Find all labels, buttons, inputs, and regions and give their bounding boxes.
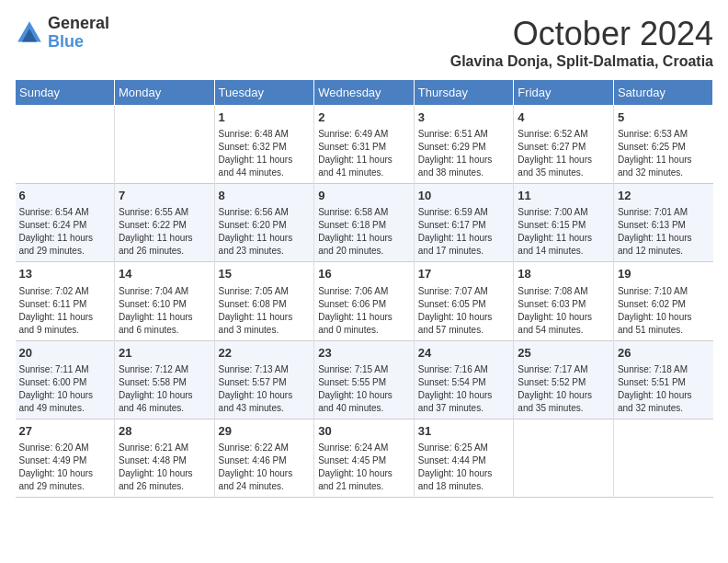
cell-content-4-3: Sunrise: 6:24 AM Sunset: 4:45 PM Dayligh… — [318, 442, 410, 493]
cell-3-5: 25Sunrise: 7:17 AM Sunset: 5:52 PM Dayli… — [514, 340, 614, 419]
cell-content-1-3: Sunrise: 6:58 AM Sunset: 6:18 PM Dayligh… — [318, 206, 410, 258]
day-num-4-4: 31 — [418, 423, 510, 440]
cell-content-3-3: Sunrise: 7:15 AM Sunset: 5:55 PM Dayligh… — [318, 363, 410, 415]
cell-3-1: 21Sunrise: 7:12 AM Sunset: 5:58 PM Dayli… — [114, 340, 214, 419]
title-block: October 2024 Glavina Donja, Split-Dalmat… — [450, 15, 713, 70]
calendar-table: Sunday Monday Tuesday Wednesday Thursday… — [15, 79, 713, 498]
day-num-3-5: 25 — [518, 345, 609, 362]
cell-2-4: 17Sunrise: 7:07 AM Sunset: 6:05 PM Dayli… — [414, 262, 514, 340]
cell-content-1-4: Sunrise: 6:59 AM Sunset: 6:17 PM Dayligh… — [418, 206, 510, 258]
location-title: Glavina Donja, Split-Dalmatia, Croatia — [450, 53, 713, 70]
cell-1-1: 7Sunrise: 6:55 AM Sunset: 6:22 PM Daylig… — [114, 184, 214, 262]
day-num-4-3: 30 — [318, 423, 410, 440]
cell-content-0-4: Sunrise: 6:51 AM Sunset: 6:29 PM Dayligh… — [418, 128, 510, 179]
cell-2-6: 19Sunrise: 7:10 AM Sunset: 6:02 PM Dayli… — [613, 262, 712, 340]
cell-3-2: 22Sunrise: 7:13 AM Sunset: 5:57 PM Dayli… — [214, 340, 314, 419]
day-num-0-4: 3 — [418, 109, 510, 126]
logo-icon — [15, 18, 44, 48]
week-row-1: 6Sunrise: 6:54 AM Sunset: 6:24 PM Daylig… — [16, 184, 713, 262]
day-num-2-0: 13 — [19, 266, 110, 282]
cell-2-5: 18Sunrise: 7:08 AM Sunset: 6:03 PM Dayli… — [514, 262, 614, 340]
cell-1-6: 12Sunrise: 7:01 AM Sunset: 6:13 PM Dayli… — [613, 184, 712, 262]
day-num-3-0: 20 — [19, 345, 110, 362]
cell-0-5: 4Sunrise: 6:52 AM Sunset: 6:27 PM Daylig… — [514, 106, 614, 184]
cell-4-4: 31Sunrise: 6:25 AM Sunset: 4:44 PM Dayli… — [414, 419, 514, 497]
header-row: Sunday Monday Tuesday Wednesday Thursday… — [16, 80, 713, 106]
cell-4-0: 27Sunrise: 6:20 AM Sunset: 4:49 PM Dayli… — [16, 419, 115, 497]
day-num-2-2: 15 — [219, 266, 311, 282]
cell-0-6: 5Sunrise: 6:53 AM Sunset: 6:25 PM Daylig… — [613, 106, 712, 184]
day-num-0-2: 1 — [219, 109, 311, 126]
cell-content-0-5: Sunrise: 6:52 AM Sunset: 6:27 PM Dayligh… — [518, 128, 609, 179]
cell-4-2: 29Sunrise: 6:22 AM Sunset: 4:46 PM Dayli… — [214, 419, 314, 497]
day-num-1-3: 9 — [318, 188, 410, 204]
day-num-1-2: 8 — [219, 188, 311, 204]
day-num-4-2: 29 — [219, 423, 311, 440]
header-monday: Monday — [114, 80, 214, 106]
day-num-2-4: 17 — [418, 266, 510, 282]
cell-0-0 — [16, 106, 115, 184]
cell-1-4: 10Sunrise: 6:59 AM Sunset: 6:17 PM Dayli… — [414, 184, 514, 262]
day-num-1-0: 6 — [19, 188, 110, 204]
day-num-2-1: 14 — [119, 266, 210, 282]
day-num-4-0: 27 — [19, 423, 110, 440]
day-num-3-3: 23 — [318, 345, 410, 362]
month-title: October 2024 — [450, 15, 713, 53]
cell-0-2: 1Sunrise: 6:48 AM Sunset: 6:32 PM Daylig… — [214, 106, 314, 184]
cell-content-2-1: Sunrise: 7:04 AM Sunset: 6:10 PM Dayligh… — [119, 285, 210, 337]
cell-4-6 — [613, 419, 712, 497]
header-sunday: Sunday — [16, 80, 115, 106]
cell-content-3-1: Sunrise: 7:12 AM Sunset: 5:58 PM Dayligh… — [119, 363, 210, 415]
cell-content-4-2: Sunrise: 6:22 AM Sunset: 4:46 PM Dayligh… — [219, 442, 311, 493]
cell-content-4-1: Sunrise: 6:21 AM Sunset: 4:48 PM Dayligh… — [119, 442, 210, 493]
day-num-4-1: 28 — [119, 423, 210, 440]
cell-2-3: 16Sunrise: 7:06 AM Sunset: 6:06 PM Dayli… — [314, 262, 415, 340]
week-row-4: 27Sunrise: 6:20 AM Sunset: 4:49 PM Dayli… — [16, 419, 713, 497]
cell-3-0: 20Sunrise: 7:11 AM Sunset: 6:00 PM Dayli… — [16, 340, 115, 419]
cell-content-4-4: Sunrise: 6:25 AM Sunset: 4:44 PM Dayligh… — [418, 442, 510, 493]
logo-text: General Blue — [48, 15, 109, 52]
cell-2-1: 14Sunrise: 7:04 AM Sunset: 6:10 PM Dayli… — [114, 262, 214, 340]
cell-4-1: 28Sunrise: 6:21 AM Sunset: 4:48 PM Dayli… — [114, 419, 214, 497]
cell-0-1 — [114, 106, 214, 184]
cell-0-4: 3Sunrise: 6:51 AM Sunset: 6:29 PM Daylig… — [414, 106, 514, 184]
header-tuesday: Tuesday — [214, 80, 314, 106]
logo-general: General — [48, 15, 109, 33]
day-num-3-4: 24 — [418, 345, 510, 362]
cell-content-2-3: Sunrise: 7:06 AM Sunset: 6:06 PM Dayligh… — [318, 285, 410, 337]
week-row-2: 13Sunrise: 7:02 AM Sunset: 6:11 PM Dayli… — [16, 262, 713, 340]
cell-content-3-0: Sunrise: 7:11 AM Sunset: 6:00 PM Dayligh… — [19, 363, 110, 415]
cell-content-1-5: Sunrise: 7:00 AM Sunset: 6:15 PM Dayligh… — [518, 206, 609, 258]
logo: General Blue — [15, 15, 109, 52]
day-num-1-1: 7 — [119, 188, 210, 204]
cell-1-2: 8Sunrise: 6:56 AM Sunset: 6:20 PM Daylig… — [214, 184, 314, 262]
day-num-3-2: 22 — [219, 345, 311, 362]
cell-content-0-2: Sunrise: 6:48 AM Sunset: 6:32 PM Dayligh… — [219, 128, 311, 179]
cell-content-1-1: Sunrise: 6:55 AM Sunset: 6:22 PM Dayligh… — [119, 206, 210, 258]
day-num-2-3: 16 — [318, 266, 410, 282]
cell-2-2: 15Sunrise: 7:05 AM Sunset: 6:08 PM Dayli… — [214, 262, 314, 340]
cell-4-5 — [514, 419, 614, 497]
cell-4-3: 30Sunrise: 6:24 AM Sunset: 4:45 PM Dayli… — [314, 419, 415, 497]
cell-content-3-5: Sunrise: 7:17 AM Sunset: 5:52 PM Dayligh… — [518, 363, 609, 415]
cell-content-1-2: Sunrise: 6:56 AM Sunset: 6:20 PM Dayligh… — [219, 206, 311, 258]
cell-0-3: 2Sunrise: 6:49 AM Sunset: 6:31 PM Daylig… — [314, 106, 415, 184]
day-num-1-5: 11 — [518, 188, 609, 204]
cell-1-0: 6Sunrise: 6:54 AM Sunset: 6:24 PM Daylig… — [16, 184, 115, 262]
cell-3-3: 23Sunrise: 7:15 AM Sunset: 5:55 PM Dayli… — [314, 340, 415, 419]
header-saturday: Saturday — [613, 80, 712, 106]
cell-content-2-6: Sunrise: 7:10 AM Sunset: 6:02 PM Dayligh… — [618, 285, 710, 337]
day-num-0-3: 2 — [318, 109, 410, 126]
cell-content-3-6: Sunrise: 7:18 AM Sunset: 5:51 PM Dayligh… — [618, 363, 710, 415]
cell-content-1-0: Sunrise: 6:54 AM Sunset: 6:24 PM Dayligh… — [19, 206, 110, 258]
cell-1-5: 11Sunrise: 7:00 AM Sunset: 6:15 PM Dayli… — [514, 184, 614, 262]
calendar-body: 1Sunrise: 6:48 AM Sunset: 6:32 PM Daylig… — [16, 106, 713, 498]
day-num-2-5: 18 — [518, 266, 609, 282]
day-num-0-6: 5 — [618, 109, 710, 126]
cell-content-0-6: Sunrise: 6:53 AM Sunset: 6:25 PM Dayligh… — [618, 128, 710, 179]
week-row-0: 1Sunrise: 6:48 AM Sunset: 6:32 PM Daylig… — [16, 106, 713, 184]
cell-content-3-2: Sunrise: 7:13 AM Sunset: 5:57 PM Dayligh… — [219, 363, 311, 415]
cell-content-2-5: Sunrise: 7:08 AM Sunset: 6:03 PM Dayligh… — [518, 285, 609, 337]
day-num-2-6: 19 — [618, 266, 710, 282]
cell-content-2-2: Sunrise: 7:05 AM Sunset: 6:08 PM Dayligh… — [219, 285, 311, 337]
